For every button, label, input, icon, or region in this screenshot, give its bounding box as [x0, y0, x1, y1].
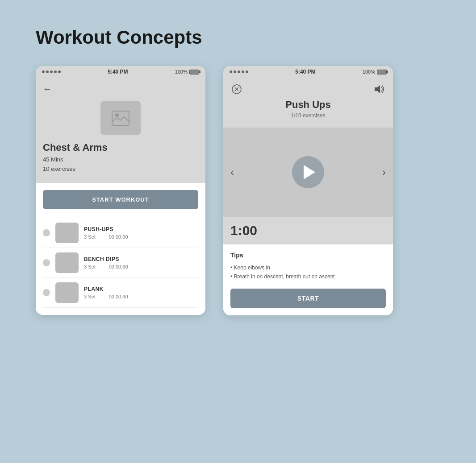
dot-2	[46, 70, 49, 73]
battery-percent-1: 100%	[175, 69, 188, 74]
workout-header: ← Chest & Arms 45 Mins 10 exercises	[36, 78, 205, 183]
dot-1	[42, 70, 45, 73]
dot-s2-4	[242, 70, 244, 73]
mockups-container: 5:40 PM 100% ← Chest & Arms 45 Mins 10 e…	[36, 66, 440, 315]
battery-icon-1	[189, 70, 199, 74]
workout-name: Chest & Arms	[43, 142, 198, 153]
exercise-progress: 1/10 exercises	[230, 112, 386, 119]
next-exercise-button[interactable]: ›	[382, 166, 386, 178]
sound-button[interactable]	[373, 83, 386, 95]
player-controls-row	[230, 83, 386, 95]
exercise-info-2: BENCH DIPS 3 Set 00:00:60	[84, 256, 198, 269]
workout-exercises-count: 10 exercises	[43, 165, 198, 174]
tips-section: Tips • Keep elbows in • Breath in on des…	[223, 244, 393, 315]
phone-screen-1: 5:40 PM 100% ← Chest & Arms 45 Mins 10 e…	[36, 66, 205, 315]
exercise-name-1: PUSH-UPS	[84, 226, 198, 232]
exercise-circle-1	[43, 229, 50, 236]
exercise-duration-3: 00:00:60	[109, 294, 128, 299]
play-icon	[304, 165, 315, 179]
dot-s2-1	[230, 70, 232, 73]
phone-screen-2: 5:40 PM 100%	[223, 66, 393, 315]
exercise-meta-1: 3 Set 00:00:60	[84, 234, 198, 240]
exercise-item-2: BENCH DIPS 3 Set 00:00:60	[43, 248, 198, 278]
exercise-player-header: Push Ups 1/10 exercises	[223, 78, 393, 128]
exercise-duration-2: 00:00:60	[109, 264, 128, 269]
exercise-sets-1: 3 Set	[84, 234, 96, 240]
tips-title: Tips	[230, 252, 386, 259]
exercise-item-1: PUSH-UPS 3 Set 00:00:60	[43, 218, 198, 248]
page-title: Workout Concepts	[36, 27, 440, 48]
exercise-meta-2: 3 Set 00:00:60	[84, 264, 198, 269]
workout-body: START WORKOUT PUSH-UPS 3 Set 00:00:60	[36, 183, 205, 315]
back-button[interactable]: ←	[43, 84, 52, 94]
status-bar-1: 5:40 PM 100%	[36, 66, 205, 78]
exercise-info-1: PUSH-UPS 3 Set 00:00:60	[84, 226, 198, 240]
exercise-sets-2: 3 Set	[84, 264, 96, 269]
signal-dots	[42, 70, 61, 73]
close-button[interactable]	[230, 83, 243, 95]
exercise-name-2: BENCH DIPS	[84, 256, 198, 262]
exercise-circle-3	[43, 289, 50, 296]
exercise-circle-2	[43, 259, 50, 266]
exercise-sets-3: 3 Set	[84, 294, 96, 299]
tip-1: • Keep elbows in	[230, 263, 386, 272]
play-button[interactable]	[292, 156, 324, 188]
svg-point-1	[115, 113, 119, 117]
exercise-thumb-3	[55, 282, 79, 303]
dot-3	[50, 70, 53, 73]
status-time-2: 5:40 PM	[295, 69, 315, 75]
sound-icon	[374, 85, 385, 94]
start-workout-button[interactable]: START WORKOUT	[43, 190, 198, 209]
battery-icon-2	[377, 70, 387, 74]
exercise-info-3: PLANK 3 Set 00:00:60	[84, 286, 198, 299]
dot-s2-3	[238, 70, 240, 73]
status-right-2: 100%	[363, 69, 387, 74]
exercise-meta-3: 3 Set 00:00:60	[84, 294, 198, 299]
prev-exercise-button[interactable]: ‹	[230, 166, 234, 178]
workout-image	[100, 101, 141, 135]
exercise-list: PUSH-UPS 3 Set 00:00:60 BENCH DIPS 3	[43, 218, 198, 308]
svg-marker-5	[375, 85, 380, 93]
dot-s2-5	[246, 70, 248, 73]
timer-display: 1:00	[223, 217, 393, 244]
close-icon	[232, 84, 242, 94]
start-exercise-button[interactable]: START	[230, 289, 386, 308]
dot-s2-2	[234, 70, 236, 73]
status-right-1: 100%	[175, 69, 199, 74]
image-placeholder-icon	[112, 111, 129, 126]
svg-rect-0	[112, 111, 129, 125]
status-time-1: 5:40 PM	[108, 69, 128, 75]
dot-4	[54, 70, 57, 73]
exercise-item-3: PLANK 3 Set 00:00:60	[43, 278, 198, 308]
signal-dots-2	[230, 70, 248, 73]
exercise-thumb-1	[55, 223, 79, 243]
exercise-duration-1: 00:00:60	[109, 234, 128, 240]
tip-2: • Breath in on descent, breath out on as…	[230, 272, 386, 281]
dot-5	[58, 70, 61, 73]
exercise-thumb-2	[55, 252, 79, 273]
exercise-player-name: Push Ups	[230, 99, 386, 111]
exercise-video-area: ‹ ›	[223, 128, 393, 217]
battery-percent-2: 100%	[363, 69, 375, 74]
exercise-name-3: PLANK	[84, 286, 198, 292]
workout-duration: 45 Mins	[43, 155, 198, 165]
status-bar-2: 5:40 PM 100%	[223, 66, 393, 78]
